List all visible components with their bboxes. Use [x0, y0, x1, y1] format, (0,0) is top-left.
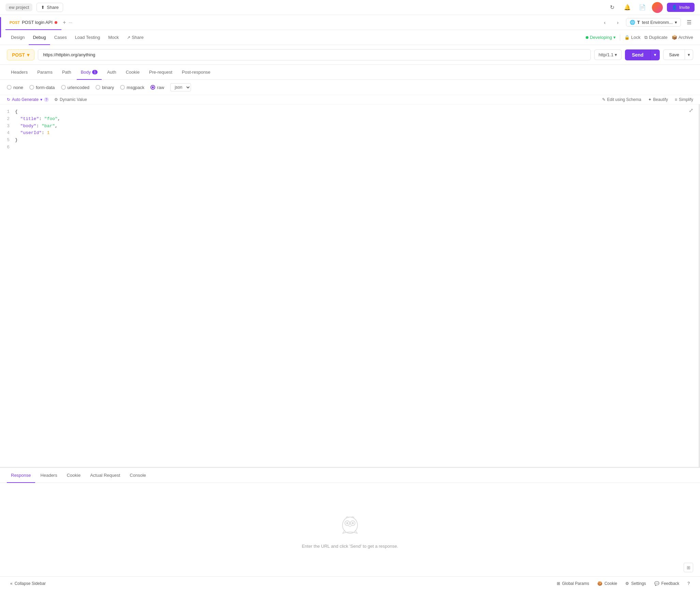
- body-tab-post-response[interactable]: Post-response: [178, 65, 215, 80]
- tab-bar-left: POST POST login API + ···: [5, 15, 599, 30]
- sub-tab-bar: Design Debug Cases Load Testing Mock ↗ S…: [0, 30, 700, 45]
- radio-binary[interactable]: binary: [96, 85, 114, 90]
- simplify-icon: ≡: [675, 97, 677, 102]
- body-tab-cookie[interactable]: Cookie: [122, 65, 144, 80]
- body-tab-params[interactable]: Params: [33, 65, 57, 80]
- response-tab-headers[interactable]: Headers: [37, 468, 61, 483]
- json-type-select[interactable]: json text html xml: [170, 83, 191, 91]
- env-label: test Environm...: [642, 20, 673, 25]
- bell-icon[interactable]: 🔔: [622, 2, 633, 13]
- feedback-button[interactable]: 💬 Feedback: [651, 580, 683, 587]
- invite-button[interactable]: 👤 Invite: [667, 3, 695, 12]
- simplify-label: Simplify: [679, 97, 693, 102]
- toolbar-right: ✎ Edit using Schema ✦ Beautify ≡ Simplif…: [602, 97, 693, 102]
- share-button-top[interactable]: ⬆ Share: [37, 3, 63, 12]
- help-icon: ?: [44, 97, 49, 102]
- sub-tab-debug[interactable]: Debug: [29, 30, 50, 45]
- refresh-icon[interactable]: ↻: [607, 2, 618, 13]
- code-line-5: 5 }: [0, 137, 700, 144]
- sub-tab-load-testing[interactable]: Load Testing: [71, 30, 104, 45]
- save-button[interactable]: Save: [663, 49, 685, 60]
- sub-tab-cases[interactable]: Cases: [50, 30, 71, 45]
- line-num-4: 4: [0, 130, 15, 137]
- body-tab-path[interactable]: Path: [58, 65, 75, 80]
- avatar[interactable]: [652, 2, 663, 13]
- auto-generate-chevron: ▾: [40, 97, 42, 102]
- bottom-bar: « Collapse Sidebar ⊞ Global Params 🍪 Coo…: [0, 576, 700, 590]
- radio-urlencoded[interactable]: urlencoded: [61, 85, 89, 90]
- duplicate-button[interactable]: ⧉ Duplicate: [644, 35, 667, 40]
- method-badge: POST: [10, 20, 20, 25]
- save-dropdown-button[interactable]: ▾: [685, 49, 693, 60]
- sub-tab-share[interactable]: ↗ Share: [123, 30, 148, 45]
- environment-selector[interactable]: 🌐 T test Environm... ▾: [626, 18, 681, 27]
- line-num-1: 1: [0, 108, 15, 116]
- radio-none[interactable]: none: [7, 85, 23, 90]
- code-line-1: 1 {: [0, 108, 700, 116]
- beautify-icon: ✦: [648, 97, 652, 102]
- response-tab-response[interactable]: Response: [7, 468, 35, 483]
- global-params-icon: ⊞: [557, 581, 560, 586]
- line-content-3: "body": "bar",: [15, 123, 700, 130]
- send-button[interactable]: Send: [625, 49, 650, 60]
- document-icon[interactable]: 📄: [637, 2, 648, 13]
- sub-tab-design[interactable]: Design: [7, 30, 29, 45]
- help-button-bottom[interactable]: ?: [684, 580, 693, 587]
- method-select[interactable]: POST ▾: [7, 49, 34, 60]
- response-tab-actual-request[interactable]: Actual Request: [86, 468, 124, 483]
- project-tab[interactable]: ew project: [5, 3, 32, 11]
- nav-forward-icon[interactable]: ›: [612, 17, 623, 28]
- radio-raw[interactable]: raw: [150, 85, 164, 90]
- expand-icon[interactable]: ⤢: [689, 107, 693, 114]
- response-tab-console[interactable]: Console: [126, 468, 150, 483]
- auto-generate-button[interactable]: ↻ Auto Generate ▾ ?: [7, 97, 49, 102]
- body-tab-headers[interactable]: Headers: [7, 65, 32, 80]
- share-icon-sub: ↗: [127, 35, 130, 40]
- code-editor[interactable]: 1 { 2 "title": "foo", 3 "body": "bar", 4…: [0, 104, 700, 155]
- cookie-button-bottom[interactable]: 🍪 Cookie: [594, 580, 621, 587]
- beautify-label: Beautify: [653, 97, 668, 102]
- radio-circle-binary: [96, 85, 100, 90]
- tab-name: POST login API: [22, 20, 53, 25]
- top-bar: ew project ⬆ Share ↻ 🔔 📄 👤 Invite: [0, 0, 700, 15]
- response-tab-cookie[interactable]: Cookie: [63, 468, 85, 483]
- code-line-2: 2 "title": "foo",: [0, 116, 700, 123]
- new-tab-button[interactable]: +: [61, 19, 67, 26]
- owl-illustration: [336, 511, 364, 538]
- archive-button[interactable]: 📦 Archive: [672, 35, 693, 40]
- archive-label: Archive: [679, 35, 693, 40]
- developing-label: Developing: [590, 35, 612, 40]
- edit-schema-button[interactable]: ✎ Edit using Schema: [602, 97, 641, 102]
- cookie-icon: 🍪: [597, 581, 602, 586]
- layout-toggle-icon[interactable]: ⊞: [684, 563, 693, 572]
- lock-button[interactable]: 🔒 Lock: [624, 35, 640, 40]
- global-params-button[interactable]: ⊞ Global Params: [553, 580, 593, 587]
- body-tab-auth[interactable]: Auth: [103, 65, 120, 80]
- protocol-select[interactable]: http/1.1 ▾: [594, 49, 622, 60]
- url-input[interactable]: [38, 49, 591, 60]
- sub-tab-mock[interactable]: Mock: [104, 30, 123, 45]
- beautify-button[interactable]: ✦ Beautify: [648, 97, 668, 102]
- line-content-4: "userId": 1: [15, 130, 700, 137]
- dynamic-value-button[interactable]: ⚙ Dynamic Value: [54, 97, 87, 102]
- edit-schema-label: Edit using Schema: [607, 97, 641, 102]
- send-dropdown-button[interactable]: ▾: [650, 49, 660, 60]
- nav-back-icon[interactable]: ‹: [599, 17, 610, 28]
- duplicate-label: Duplicate: [649, 35, 667, 40]
- settings-button[interactable]: ⚙ Settings: [622, 580, 649, 587]
- svg-point-3: [346, 522, 348, 524]
- body-tab-body[interactable]: Body 1: [77, 65, 102, 80]
- radio-form-data[interactable]: form-data: [29, 85, 55, 90]
- simplify-button[interactable]: ≡ Simplify: [675, 97, 693, 102]
- body-badge: 1: [92, 70, 98, 74]
- body-tab-pre-request[interactable]: Pre-request: [145, 65, 176, 80]
- tab-post-login-api[interactable]: POST POST login API: [5, 15, 61, 30]
- menu-icon[interactable]: ☰: [684, 17, 695, 28]
- collapse-label: Collapse Sidebar: [15, 581, 46, 586]
- collapse-sidebar-button[interactable]: « Collapse Sidebar: [7, 580, 49, 587]
- sub-tab-load-testing-label: Load Testing: [75, 35, 100, 40]
- radio-msgpack[interactable]: msgpack: [120, 85, 144, 90]
- tab-more-button[interactable]: ···: [67, 20, 74, 25]
- sub-tab-mock-label: Mock: [108, 35, 119, 40]
- response-hint: Enter the URL and click 'Send' to get a …: [302, 544, 398, 549]
